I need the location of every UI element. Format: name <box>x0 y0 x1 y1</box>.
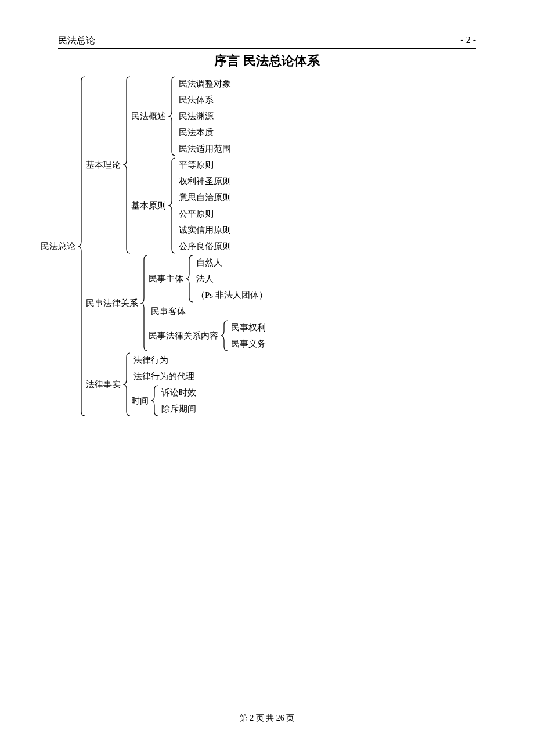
tree-leaf: 权利神圣原则 <box>176 173 231 189</box>
header: 民法总论 - 2 - <box>58 35 476 48</box>
brace-icon <box>150 385 159 416</box>
tree-node-label: 民法概述 <box>131 108 167 124</box>
tree-node-label: 民事主体 <box>149 271 185 287</box>
footer-prefix: 第 <box>240 714 248 722</box>
tree-node-label: 民事法律关系 <box>86 295 139 311</box>
tree-leaf: 诚实信用原则 <box>176 222 231 238</box>
tree-node: 民法总论基本理论民法概述民法调整对象民法体系民法渊源民法本质民法适用范围基本原则… <box>41 75 476 417</box>
page: 民法总论 - 2 - 序言 民法总论体系 民法总论基本理论民法概述民法调整对象民… <box>0 0 534 756</box>
header-rule <box>58 48 476 49</box>
tree-node: 民事法律关系内容民事权利民事义务 <box>149 319 268 352</box>
brace-icon <box>185 255 194 303</box>
tree-children: 民事权利民事义务 <box>229 319 266 352</box>
tree-node: 法律事实法律行为法律行为的代理时间诉讼时效除斥期间 <box>86 352 268 417</box>
tree-leaf: 自然人 <box>194 254 268 271</box>
tree-leaf: 民事权利 <box>229 319 266 336</box>
tree-leaf: 法律行为 <box>131 352 196 368</box>
brace-icon <box>77 76 86 416</box>
tree-leaf: 民法适用范围 <box>176 141 231 157</box>
tree-children: 基本理论民法概述民法调整对象民法体系民法渊源民法本质民法适用范围基本原则平等原则… <box>86 75 268 417</box>
tree-leaf: 民法调整对象 <box>176 75 231 92</box>
tree-node: 民事主体自然人法人（Ps 非法人团体） <box>149 254 268 303</box>
footer-mid: 页 共 <box>256 714 275 722</box>
tree-leaf: 法人 <box>194 271 268 287</box>
tree-node-label: 法律事实 <box>86 376 122 393</box>
tree-node: 民事法律关系民事主体自然人法人（Ps 非法人团体）民事客体民事法律关系内容民事权… <box>86 254 268 352</box>
tree-children: 法律行为法律行为的代理时间诉讼时效除斥期间 <box>131 352 196 417</box>
header-left: 民法总论 <box>58 35 95 47</box>
tree-leaf: 公序良俗原则 <box>176 238 231 254</box>
tree-leaf: 民法体系 <box>176 92 231 108</box>
brace-icon <box>167 157 176 254</box>
brace-icon <box>122 76 131 254</box>
footer-suffix: 页 <box>286 714 294 722</box>
tree-children: 诉讼时效除斥期间 <box>159 384 196 417</box>
tree-node-label: 民法总论 <box>41 238 77 254</box>
tree-leaf: 民事义务 <box>229 336 266 352</box>
tree-leaf: 民法本质 <box>176 124 231 141</box>
tree-children: 自然人法人（Ps 非法人团体） <box>194 254 268 303</box>
tree-leaf: 法律行为的代理 <box>131 368 196 384</box>
header-right: - 2 - <box>460 35 476 47</box>
tree-leaf: （Ps 非法人团体） <box>194 287 268 303</box>
tree-node: 基本原则平等原则权利神圣原则意思自治原则公平原则诚实信用原则公序良俗原则 <box>131 157 231 254</box>
brace-icon <box>167 76 176 156</box>
tree-node: 时间诉讼时效除斥期间 <box>131 384 196 417</box>
brace-icon <box>139 255 149 351</box>
brace-icon <box>122 352 131 416</box>
tree-node-label: 基本原则 <box>131 197 167 214</box>
tree-leaf: 除斥期间 <box>159 401 196 417</box>
tree-leaf: 平等原则 <box>176 157 231 173</box>
tree-node: 基本理论民法概述民法调整对象民法体系民法渊源民法本质民法适用范围基本原则平等原则… <box>86 75 268 254</box>
brace-icon <box>219 320 229 351</box>
tree-node: 民法概述民法调整对象民法体系民法渊源民法本质民法适用范围 <box>131 75 231 157</box>
page-footer: 第 2 页 共 26 页 <box>0 713 534 723</box>
tree-node-label: 民事法律关系内容 <box>149 327 219 344</box>
tree-children: 平等原则权利神圣原则意思自治原则公平原则诚实信用原则公序良俗原则 <box>176 157 231 254</box>
tree-children: 民法调整对象民法体系民法渊源民法本质民法适用范围 <box>176 75 231 157</box>
tree-leaf: 公平原则 <box>176 206 231 222</box>
tree-children: 民法概述民法调整对象民法体系民法渊源民法本质民法适用范围基本原则平等原则权利神圣… <box>131 75 231 254</box>
tree-node-label: 基本理论 <box>86 157 122 173</box>
tree-leaf: 民法渊源 <box>176 108 231 124</box>
tree-leaf: 民事客体 <box>149 303 268 319</box>
footer-page: 2 <box>250 714 254 722</box>
document-title: 序言 民法总论体系 <box>58 52 476 70</box>
concept-tree: 民法总论基本理论民法概述民法调整对象民法体系民法渊源民法本质民法适用范围基本原则… <box>41 75 476 417</box>
tree-leaf: 诉讼时效 <box>159 384 196 401</box>
tree-node-label: 时间 <box>131 393 150 409</box>
tree-leaf: 意思自治原则 <box>176 189 231 206</box>
footer-total: 26 <box>276 714 284 722</box>
tree-children: 民事主体自然人法人（Ps 非法人团体）民事客体民事法律关系内容民事权利民事义务 <box>149 254 268 352</box>
